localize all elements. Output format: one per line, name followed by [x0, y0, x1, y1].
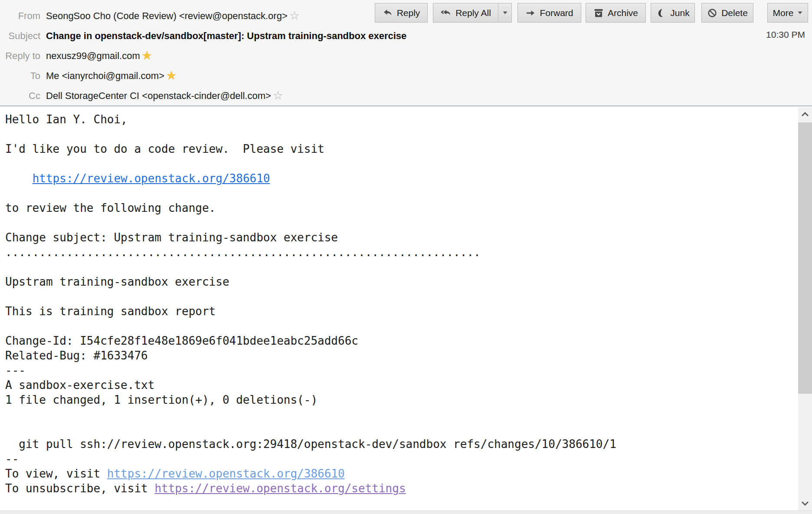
field-label: Cc [0, 90, 40, 102]
filled-star-icon[interactable]: ★ [166, 70, 177, 82]
body-line: This is training sandbox report [5, 304, 798, 319]
chevron-down-icon [503, 11, 508, 14]
delete-button-label: Delete [721, 8, 748, 18]
body-text: Hello Ian Y. Choi, [5, 113, 128, 126]
body-text: This is training sandbox report [5, 305, 216, 318]
body-text: Change-Id: I54cfe28f1e48e1869e6f041bdee1… [5, 334, 358, 347]
reply-all-button-group: Reply All [433, 3, 512, 23]
body-line: Change subject: Upstram training-sandbox… [5, 230, 798, 245]
archive-button[interactable]: Archive [586, 3, 646, 23]
body-lines: Hello Ian Y. Choi,I'd like you to do a c… [5, 112, 798, 496]
forward-button[interactable]: Forward [517, 3, 581, 23]
reply-all-button[interactable]: Reply All [433, 3, 498, 22]
body-text: to review the following change. [5, 201, 216, 214]
field-value[interactable]: nexusz99@gmail.com [46, 50, 140, 62]
header-field-row: SubjectChange in openstack-dev/sandbox[m… [0, 26, 406, 46]
body-line: --- [5, 363, 798, 378]
more-button-label: More [773, 8, 794, 18]
field-value[interactable]: Me <ianyrchoi@gmail.com> [46, 70, 164, 82]
message-header: FromSeongSoo Cho (Code Review) <review@o… [0, 0, 812, 106]
body-line: ........................................… [5, 245, 798, 260]
header-field-row: CcDell StorageCenter CI <openstack-cinde… [0, 86, 406, 106]
header-field-row: Reply tonexusz99@gmail.com★ [0, 46, 406, 66]
body-text: git pull ssh://review.openstack.org:2941… [5, 438, 616, 451]
chevron-up-icon [801, 112, 809, 117]
body-line [5, 289, 798, 304]
body-line: To unsubscribe, visit https://review.ope… [5, 481, 798, 496]
body-line [5, 319, 798, 333]
body-line [5, 422, 798, 437]
body-line: git pull ssh://review.openstack.org:2941… [5, 437, 798, 451]
junk-flame-icon [656, 8, 666, 18]
reply-button[interactable]: Reply [375, 3, 428, 23]
body-text: Related-Bug: #1633476 [5, 349, 148, 362]
body-text: ........................................… [5, 246, 481, 259]
body-line [5, 127, 798, 142]
junk-button[interactable]: Junk [651, 3, 695, 23]
body-line: to review the following change. [5, 201, 798, 215]
body-text [5, 172, 33, 185]
body-link[interactable]: https://review.openstack.org/386610 [107, 467, 345, 480]
message-timestamp: 10:30 PM [766, 30, 805, 40]
delete-prohibition-icon [707, 8, 717, 18]
more-button[interactable]: More [767, 3, 808, 23]
header-field-row: FromSeongSoo Cho (Code Review) <review@o… [0, 6, 406, 26]
chevron-down-icon [801, 501, 809, 506]
body-line [5, 260, 798, 274]
bottom-edge-strip [0, 511, 812, 514]
message-toolbar: Reply Reply All Forward [375, 3, 808, 23]
body-link[interactable]: https://review.openstack.org/386610 [33, 172, 270, 185]
reply-all-dropdown-button[interactable] [498, 3, 511, 22]
field-label: Subject [0, 30, 40, 42]
reply-all-arrow-icon [440, 8, 452, 18]
body-text: To view, visit [5, 467, 107, 480]
scroll-up-button[interactable] [798, 107, 812, 122]
archive-button-label: Archive [608, 8, 638, 18]
body-line: Related-Bug: #1633476 [5, 348, 798, 363]
archive-box-icon [593, 8, 604, 18]
field-value[interactable]: SeongSoo Cho (Code Review) <review@opens… [46, 10, 288, 22]
forward-button-label: Forward [540, 8, 573, 18]
vertical-scrollbar[interactable] [798, 107, 812, 511]
body-line [5, 215, 798, 230]
body-line: To view, visit https://review.openstack.… [5, 466, 798, 481]
filled-star-icon[interactable]: ★ [142, 50, 152, 62]
body-line [5, 407, 798, 422]
body-text: I'd like you to do a code review. Please… [5, 142, 324, 155]
delete-button[interactable]: Delete [701, 3, 753, 23]
field-label: Reply to [0, 50, 40, 62]
body-line: Upstram training-sandbox exercise [5, 274, 798, 289]
body-link[interactable]: https://review.openstack.org/settings [154, 482, 406, 495]
body-text: To unsubscribe, visit [5, 482, 154, 495]
header-fields: FromSeongSoo Cho (Code Review) <review@o… [0, 6, 406, 106]
reply-button-label: Reply [397, 8, 420, 18]
body-text: Change subject: Upstram training-sandbox… [5, 231, 338, 244]
body-line [5, 186, 798, 201]
body-line: 1 file changed, 1 insertion(+), 0 deleti… [5, 392, 798, 407]
header-field-row: ToMe <ianyrchoi@gmail.com>★ [0, 66, 406, 86]
hollow-star-icon[interactable]: ☆ [273, 90, 283, 102]
field-label: From [0, 10, 40, 22]
chevron-down-icon [798, 11, 802, 14]
body-text: --- [5, 364, 26, 377]
body-line: https://review.openstack.org/386610 [5, 171, 798, 186]
body-text: A sandbox-exercise.txt [5, 379, 154, 392]
junk-button-label: Junk [670, 8, 689, 18]
body-line: Change-Id: I54cfe28f1e48e1869e6f041bdee1… [5, 333, 798, 348]
forward-arrow-icon [525, 8, 536, 18]
reply-arrow-icon [383, 8, 393, 18]
scrollbar-thumb[interactable] [798, 122, 812, 394]
body-line [5, 156, 798, 171]
hollow-star-icon[interactable]: ☆ [289, 10, 300, 22]
scroll-down-button[interactable] [798, 496, 812, 511]
body-text: -- [5, 452, 19, 465]
reply-all-button-label: Reply All [455, 8, 491, 18]
body-line: A sandbox-exercise.txt [5, 378, 798, 392]
field-label: To [0, 70, 40, 82]
field-value: Change in openstack-dev/sandbox[master]:… [46, 30, 406, 42]
body-line: I'd like you to do a code review. Please… [5, 142, 798, 156]
body-text: Upstram training-sandbox exercise [5, 275, 229, 288]
field-value[interactable]: Dell StorageCenter CI <openstack-cinder@… [46, 90, 271, 102]
body-line: Hello Ian Y. Choi, [5, 112, 798, 127]
body-text: 1 file changed, 1 insertion(+), 0 deleti… [5, 393, 318, 406]
